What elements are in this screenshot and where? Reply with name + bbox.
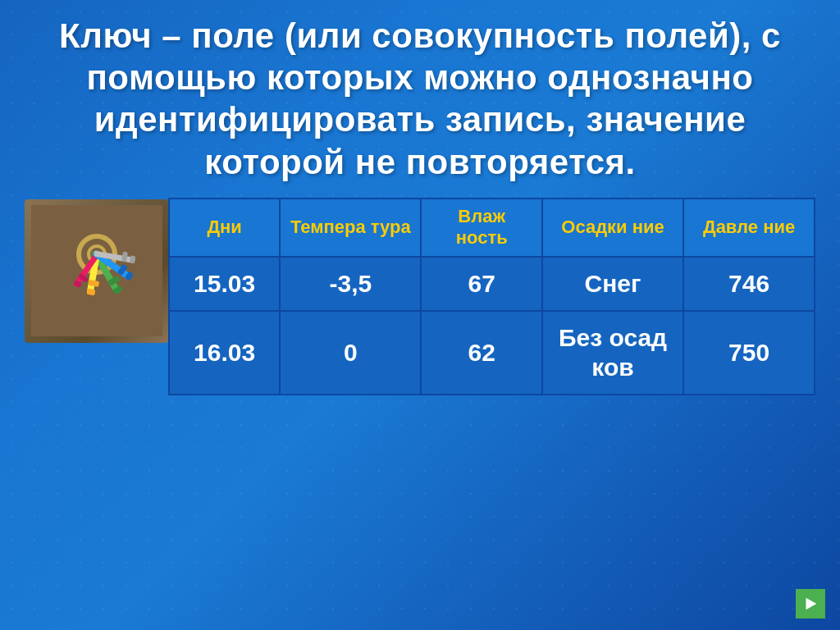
col-header-humid: Влаж ность	[421, 199, 542, 257]
cell-humid-2: 62	[421, 311, 542, 395]
slide: Ключ – поле (или совокупность полей), с …	[0, 0, 840, 630]
col-header-days: Дни	[169, 199, 280, 257]
table-row: 15.03 -3,5 67 Снег 746	[169, 257, 815, 311]
next-slide-button[interactable]	[796, 589, 825, 619]
cell-press-1: 746	[683, 257, 815, 311]
slide-title: Ключ – поле (или совокупность полей), с …	[25, 15, 815, 183]
cell-days-2: 16.03	[169, 311, 280, 395]
cell-precip-2: Без осад ков	[542, 311, 683, 395]
cell-temp-2: 0	[280, 311, 421, 395]
bottom-section: Дни Темпера тура Влаж ность Осадки ние Д	[25, 198, 815, 395]
col-header-temp: Темпера тура	[280, 199, 421, 257]
cell-humid-1: 67	[421, 257, 542, 311]
data-table: Дни Темпера тура Влаж ность Осадки ние Д	[168, 198, 815, 395]
cell-days-1: 15.03	[169, 257, 280, 311]
table-row: 16.03 0 62 Без осад ков 750	[169, 311, 815, 395]
cell-temp-1: -3,5	[280, 257, 421, 311]
table-wrapper: Дни Темпера тура Влаж ность Осадки ние Д	[168, 198, 815, 395]
col-header-precip: Осадки ние	[542, 199, 683, 257]
svg-marker-18	[806, 598, 817, 610]
col-header-press: Давле ние	[683, 199, 815, 257]
keys-image	[25, 199, 168, 343]
cell-press-2: 750	[683, 311, 815, 395]
cell-precip-1: Снег	[542, 257, 683, 311]
